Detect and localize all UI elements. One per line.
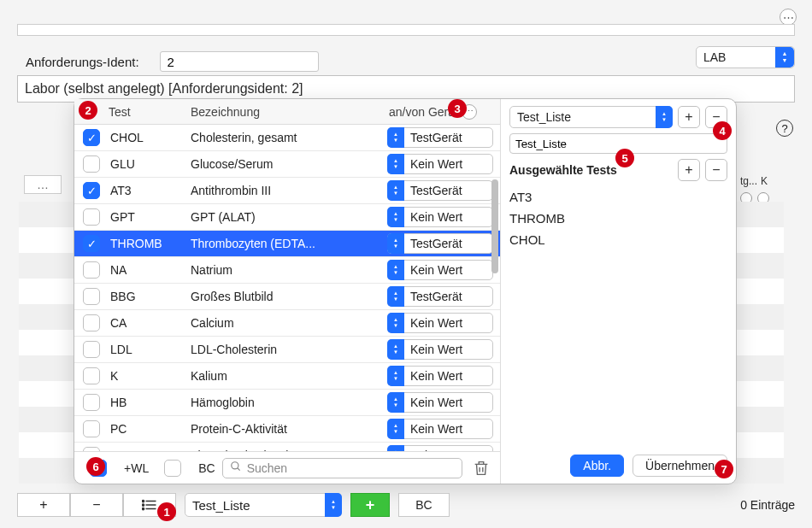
apply-button[interactable]: Übernehmen — [633, 455, 727, 477]
table-row[interactable]: BBGGroßes Blutbild▲▼TestGerät — [74, 284, 500, 310]
entry-count: 0 Einträge — [740, 498, 795, 512]
svg-line-1 — [237, 468, 239, 471]
row-checkbox[interactable] — [83, 420, 100, 437]
row-checkbox[interactable] — [83, 288, 100, 305]
row-code: GPT — [110, 210, 191, 224]
bc-checkbox[interactable] — [164, 460, 181, 477]
row-device-select[interactable]: ▲▼Kein Wert — [387, 419, 493, 439]
bottom-list-select[interactable]: Test_Liste ▲▼ — [185, 493, 342, 517]
trash-button[interactable] — [469, 456, 493, 480]
lab-select[interactable]: LAB ▲▼ — [696, 46, 795, 68]
right-list-select[interactable]: Test_Liste ▲▼ — [509, 106, 673, 128]
chevron-updown-icon: ▲▼ — [387, 233, 404, 254]
badge-2: 2 — [79, 101, 97, 120]
row-device-select[interactable]: ▲▼Kein Wert — [387, 339, 493, 360]
bottom-add-button[interactable]: + — [17, 493, 70, 517]
bottom-list-select-value: Test_Liste — [192, 498, 250, 513]
badge-1: 1 — [157, 502, 176, 521]
bottom-bc-button[interactable]: BC — [398, 493, 450, 517]
table-row[interactable]: NANatrium▲▼Kein Wert — [74, 257, 500, 284]
table-row[interactable]: LDLLDL-Cholesterin▲▼Kein Wert — [74, 337, 500, 363]
row-device-value: Kein Wert — [410, 157, 462, 171]
list-item[interactable]: CHOL — [509, 232, 727, 247]
row-device-value: Kein Wert — [410, 422, 462, 436]
row-checkbox[interactable] — [83, 314, 100, 331]
table-row[interactable]: GPTGPT (ALAT)▲▼Kein Wert — [74, 204, 500, 231]
row-checkbox[interactable]: ✓ — [83, 182, 100, 199]
row-checkbox[interactable] — [83, 208, 100, 226]
chevron-updown-icon: ▲▼ — [387, 127, 404, 148]
row-device-value: Kein Wert — [410, 316, 462, 330]
row-device-value: TestGerät — [410, 290, 462, 303]
chevron-updown-icon: ▲▼ — [387, 445, 404, 451]
add-list-button[interactable]: + — [678, 106, 700, 128]
row-device-select[interactable]: ▲▼Kein Wert — [387, 207, 493, 227]
scrollbar[interactable] — [491, 128, 498, 376]
chevron-updown-icon: ▲▼ — [656, 106, 673, 128]
table-row[interactable]: PCProtein-C-Aktivität▲▼Kein Wert — [74, 416, 500, 443]
row-device-select[interactable]: ▲▼Kein Wert — [387, 445, 493, 451]
svg-point-0 — [231, 462, 238, 469]
more-icon[interactable]: ⋯ — [780, 9, 797, 26]
bg-more-button[interactable]: … — [24, 175, 62, 194]
row-device-select[interactable]: ▲▼Kein Wert — [387, 366, 493, 386]
row-checkbox[interactable]: ✓ — [83, 129, 100, 146]
row-code: PC — [110, 422, 191, 436]
bg-col-tg: tg... — [740, 175, 757, 187]
row-device-select[interactable]: ▲▼TestGerät — [387, 286, 493, 307]
chevron-updown-icon: ▲▼ — [387, 180, 404, 201]
row-checkbox[interactable] — [83, 341, 100, 358]
row-code: AT3 — [110, 184, 191, 197]
row-checkbox[interactable] — [83, 155, 100, 173]
row-name: Calcium — [191, 316, 387, 330]
row-name: Glucose/Serum — [191, 157, 387, 171]
chevron-updown-icon: ▲▼ — [387, 207, 404, 227]
chevron-updown-icon: ▲▼ — [775, 47, 794, 67]
row-code: HB — [110, 396, 191, 409]
table-row[interactable]: PTTThromboplastinzeit, p...▲▼Kein Wert — [74, 443, 500, 451]
table-row[interactable]: HBHämoglobin▲▼Kein Wert — [74, 390, 500, 416]
row-checkbox[interactable] — [83, 261, 100, 279]
selected-tests-label: Ausgewählte Tests — [509, 163, 673, 177]
row-device-select[interactable]: ▲▼Kein Wert — [387, 154, 493, 174]
table-row[interactable]: GLUGlucose/Serum▲▼Kein Wert — [74, 151, 500, 178]
row-device-select[interactable]: ▲▼TestGerät — [387, 127, 493, 148]
row-device-select[interactable]: ▲▼Kein Wert — [387, 260, 493, 280]
search-input[interactable]: Suchen — [222, 458, 462, 478]
cancel-button[interactable]: Abbr. — [570, 455, 624, 477]
help-icon[interactable]: ? — [776, 120, 793, 137]
test-picker-dialog: Test Bezeichnung an/von Gerät ⋯ ✓CHOLCho… — [74, 98, 737, 484]
row-code: CA — [110, 316, 191, 330]
add-test-button[interactable]: + — [678, 159, 700, 181]
remove-test-button[interactable]: − — [705, 159, 727, 181]
row-checkbox[interactable] — [83, 367, 100, 384]
badge-5: 5 — [615, 149, 634, 167]
bottom-add-green-button[interactable]: + — [350, 493, 390, 517]
right-list-select-value: Test_Liste — [517, 110, 571, 124]
row-device-select[interactable]: ▲▼TestGerät — [387, 180, 493, 201]
row-code: THROMB — [110, 237, 191, 250]
bottom-toolbar: + − Test_Liste ▲▼ + BC 0 Einträge — [17, 492, 795, 518]
scroll-thumb[interactable] — [491, 179, 498, 273]
row-device-select[interactable]: ▲▼Kein Wert — [387, 392, 493, 413]
row-device-select[interactable]: ▲▼Kein Wert — [387, 313, 493, 333]
ident-input[interactable] — [160, 51, 319, 72]
col-header-bezeichnung[interactable]: Bezeichnung — [191, 105, 389, 119]
chevron-updown-icon: ▲▼ — [387, 419, 404, 439]
row-checkbox[interactable]: ✓ — [83, 235, 100, 252]
table-row[interactable]: ✓AT3Antithrombin III▲▼TestGerät — [74, 178, 500, 204]
row-name: Großes Blutbild — [191, 290, 387, 303]
bg-col-k: K — [761, 175, 768, 187]
list-item[interactable]: AT3 — [509, 190, 727, 204]
table-row[interactable]: ✓THROMBThrombozyten (EDTA...▲▼TestGerät — [74, 231, 500, 257]
row-checkbox[interactable] — [83, 447, 100, 451]
table-row[interactable]: CACalcium▲▼Kein Wert — [74, 310, 500, 337]
row-device-value: Kein Wert — [410, 369, 462, 383]
table-row[interactable]: KKalium▲▼Kein Wert — [74, 363, 500, 390]
row-device-select[interactable]: ▲▼TestGerät — [387, 233, 493, 254]
table-row[interactable]: ✓CHOLCholesterin, gesamt▲▼TestGerät — [74, 125, 500, 151]
bottom-remove-button[interactable]: − — [70, 493, 123, 517]
list-item[interactable]: THROMB — [509, 211, 727, 226]
row-checkbox[interactable] — [83, 394, 100, 411]
row-device-value: TestGerät — [410, 131, 462, 144]
